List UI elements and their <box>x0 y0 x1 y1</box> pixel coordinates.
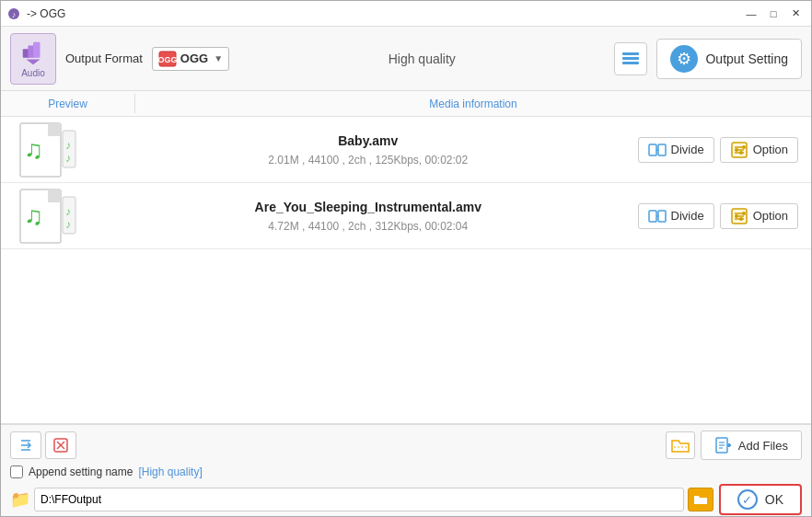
file-list-headers: Preview Media information <box>1 91 811 117</box>
append-checkbox[interactable] <box>10 465 23 478</box>
file-list: ♫ ♪ ♪ Baby.amv 2.01M , 44100 , 2ch , 125… <box>1 117 811 424</box>
close-button[interactable]: ✕ <box>785 5 806 23</box>
maximize-button[interactable]: □ <box>763 5 783 23</box>
audio-icon <box>19 39 47 66</box>
option-button-2[interactable]: Option <box>720 203 798 229</box>
svg-rect-35 <box>649 211 656 222</box>
file-name-1: Baby.amv <box>338 133 398 148</box>
ok-checkmark-icon: ✓ <box>737 489 758 510</box>
output-format-label: Output Format <box>65 52 143 65</box>
file-actions-2: Divide Option <box>638 203 798 229</box>
divide-icon-1 <box>648 141 667 159</box>
divide-icon-2 <box>648 207 667 225</box>
option-label-2: Option <box>753 209 788 223</box>
output-path-input[interactable] <box>34 488 684 511</box>
file-actions-1: Divide Option <box>638 137 798 163</box>
delete-icon <box>52 437 69 454</box>
option-icon-1 <box>730 141 748 159</box>
ogg-format-icon: OGG <box>158 51 177 67</box>
svg-point-26 <box>735 148 738 152</box>
file-info-2: Are_You_Sleeping_Instrumental.amv 4.72M … <box>99 200 638 233</box>
minimize-button[interactable]: — <box>741 5 761 23</box>
table-row: ♫ ♪ ♪ Baby.amv 2.01M , 44100 , 2ch , 125… <box>1 117 811 183</box>
add-files-button[interactable]: Add Files <box>701 431 802 460</box>
file-thumbnail-2: ♫ ♪ ♪ <box>6 187 89 246</box>
music-file-icon-1: ♫ ♪ ♪ <box>17 121 79 178</box>
svg-point-43 <box>735 214 738 218</box>
window-title: -> OGG <box>27 7 65 20</box>
browse-icon <box>693 493 708 506</box>
bottom-left-buttons <box>10 431 76 459</box>
format-dropdown[interactable]: OGG OGG ▼ <box>152 47 229 71</box>
window-controls: — □ ✕ <box>741 5 806 23</box>
svg-point-25 <box>742 145 746 149</box>
layers-icon <box>621 49 641 69</box>
file-thumbnail-1: ♫ ♪ ♪ <box>6 121 89 179</box>
main-window: ♪ -> OGG — □ ✕ Audio Output Format <box>0 0 812 517</box>
option-button-1[interactable]: Option <box>720 137 798 163</box>
svg-rect-18 <box>649 144 656 155</box>
svg-text:♪: ♪ <box>65 139 71 152</box>
bottom-row3: 📁 ✓ OK <box>10 484 802 515</box>
format-dropdown-arrow: ▼ <box>214 53 223 63</box>
bottom-row1: Add Files <box>10 431 802 460</box>
sort-icon <box>17 437 34 454</box>
svg-rect-10 <box>622 62 639 64</box>
sort-button[interactable] <box>10 431 41 459</box>
table-row: ♫ ♪ ♪ Are_You_Sleeping_Instrumental.amv … <box>1 183 811 249</box>
svg-point-42 <box>742 212 746 215</box>
svg-text:OGG: OGG <box>158 55 177 64</box>
title-bar: ♪ -> OGG — □ ✕ <box>1 1 811 27</box>
svg-rect-4 <box>33 42 41 58</box>
svg-text:♪: ♪ <box>12 10 17 19</box>
svg-text:♫: ♫ <box>24 135 43 164</box>
folder-yellow-icon: 📁 <box>10 489 30 510</box>
format-name: OGG <box>180 52 208 65</box>
folder-open-button[interactable] <box>666 431 695 459</box>
svg-rect-30 <box>48 190 61 202</box>
svg-marker-5 <box>27 60 41 65</box>
file-meta-1: 2.01M , 44100 , 2ch , 125Kbps, 00:02:02 <box>268 154 468 167</box>
output-path-section: 📁 <box>10 488 713 511</box>
output-setting-button[interactable]: ⚙ Output Setting <box>656 39 802 79</box>
ok-button[interactable]: ✓ OK <box>719 484 802 515</box>
output-setting-label: Output Setting <box>705 52 788 66</box>
bottom-row2: Append setting name [High quality] <box>10 465 802 478</box>
file-meta-2: 4.72M , 44100 , 2ch , 312Kbps, 00:02:04 <box>268 220 468 233</box>
svg-text:♪: ♪ <box>65 152 71 165</box>
append-quality: [High quality] <box>138 465 202 478</box>
app-icon: ♪ <box>6 6 21 21</box>
audio-label: Audio <box>21 68 45 78</box>
folder-open-icon <box>670 436 690 454</box>
option-icon-2 <box>730 207 748 225</box>
svg-point-44 <box>739 217 743 221</box>
svg-rect-13 <box>48 123 61 136</box>
file-info-1: Baby.amv 2.01M , 44100 , 2ch , 125Kbps, … <box>99 133 638 167</box>
option-label-1: Option <box>753 143 788 156</box>
quality-label: High quality <box>238 52 605 66</box>
divide-label-1: Divide <box>671 143 704 156</box>
bottom-bar: Add Files Append setting name [High qual… <box>1 424 811 516</box>
col-preview-header: Preview <box>1 98 134 110</box>
layers-button[interactable] <box>614 42 647 75</box>
svg-rect-19 <box>658 144 666 155</box>
svg-text:♪: ♪ <box>65 205 71 218</box>
svg-point-27 <box>739 151 743 155</box>
col-media-header: Media information <box>135 98 811 110</box>
svg-rect-9 <box>622 57 639 60</box>
divide-label-2: Divide <box>671 209 704 223</box>
svg-text:♪: ♪ <box>65 218 71 231</box>
ok-label: OK <box>765 492 783 507</box>
toolbar: Audio Output Format OGG OGG ▼ High quali… <box>1 27 811 91</box>
delete-button[interactable] <box>45 431 76 459</box>
path-browse-button[interactable] <box>688 488 713 511</box>
gear-icon: ⚙ <box>670 45 698 73</box>
divide-button-1[interactable]: Divide <box>638 137 714 163</box>
file-name-2: Are_You_Sleeping_Instrumental.amv <box>255 200 481 214</box>
bottom-right-buttons: Add Files <box>666 431 802 460</box>
svg-rect-36 <box>658 211 666 222</box>
add-files-icon <box>714 436 733 454</box>
divide-button-2[interactable]: Divide <box>638 203 714 229</box>
add-files-label: Add Files <box>738 439 788 453</box>
music-file-icon-2: ♫ ♪ ♪ <box>17 188 79 245</box>
